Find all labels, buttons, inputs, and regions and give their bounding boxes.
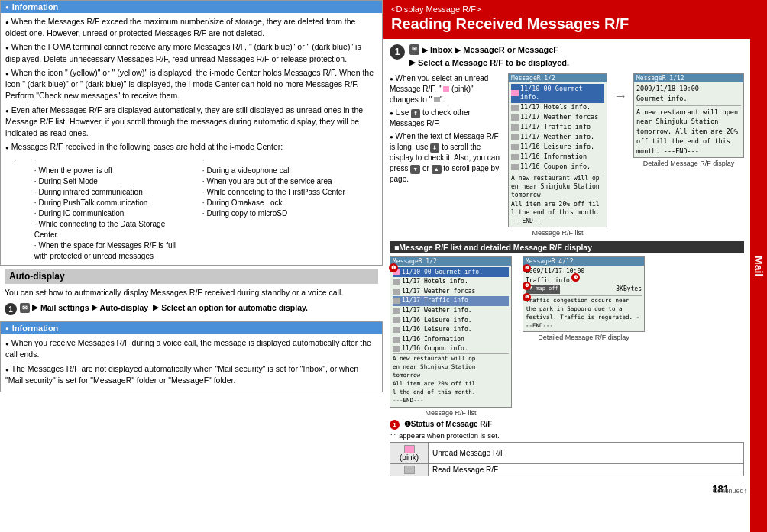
big-row-5: 11/16 Leisure info.	[393, 315, 509, 325]
screen2-label: Detailed Message R/F display	[643, 160, 735, 167]
sub-item-3: During infrared communication	[34, 187, 187, 198]
right-main: <Display Message R/F> Reading Received M…	[384, 0, 750, 532]
screen1-row-0: 11/10 00 Gourmet info.	[511, 84, 604, 103]
bottom-info-header-label: Information	[12, 324, 59, 333]
bullet-2: ● Use ⬆ to check other Messages R/F.	[390, 108, 502, 129]
arrow-1: ▶	[32, 302, 38, 313]
mail-icon-btn[interactable]: ✉	[20, 303, 30, 313]
big-screen2-sender: Traffic info.	[526, 277, 574, 284]
sub-item-5: During iC communication	[34, 208, 187, 219]
top-info-header: Information	[1, 1, 382, 13]
check-other-text: check other	[431, 108, 471, 117]
big-gray-4	[393, 308, 400, 314]
big-gray-6	[393, 327, 400, 333]
top-info-box: Information When the Messages R/F exceed…	[0, 0, 383, 266]
bullet-3: ● When the text of Message R/F is long, …	[390, 131, 502, 185]
status-row-1: (pink) Unread Message R/F	[390, 442, 744, 463]
screen1-body: 11/10 00 Gourmet info. 11/17 Hotels info…	[509, 82, 607, 227]
status-title-text: ❶Status of Message R/F	[404, 420, 493, 428]
big-row2-text: 11/17 Weather forcas	[402, 287, 475, 296]
big-screen1-label: Message R/F list	[425, 409, 476, 417]
big-row6-text: 11/16 Leisure info.	[402, 325, 472, 334]
big-screen1-title: MessageR 1/2	[393, 258, 437, 265]
auto-display-desc: You can set how to automatically display…	[5, 287, 378, 298]
select-option-label: Select an option for automatic display.	[161, 302, 308, 314]
left-step1-num: 1	[5, 303, 17, 315]
envelope-icon[interactable]: ✉	[409, 44, 419, 55]
screenshots-row-1: ● When you select an unread Message R/F,…	[390, 73, 744, 237]
big-screen2-body: ❷ 2009/11/17 10:00 ❸ Traffic info. ❹ 🗺 m…	[523, 266, 644, 331]
big-screen2-size-row: ❹ 🗺 map off 3KBytes	[526, 285, 642, 294]
sub-item-9: When you are out of the service area	[202, 176, 355, 187]
status-icon-1-label: (pink)	[400, 453, 419, 462]
status-label-2: Read Message R/F	[429, 463, 744, 476]
screen1-row-7: 11/16 Coupon info.	[511, 162, 604, 172]
bottom-info-content: When you receive Messages R/F during a v…	[1, 334, 382, 392]
screen2-body: 2009/11/18 10:00 Gourmet info. A new res…	[634, 82, 743, 157]
screen1-header: MessageR 1/2	[509, 74, 607, 82]
status-title: 1 ❶Status of Message R/F	[390, 420, 744, 430]
inbox-label: Inbox	[430, 44, 452, 56]
status-icon-1: (pink)	[390, 442, 429, 463]
big-gray-3	[393, 298, 400, 304]
gray-icon-2	[511, 114, 519, 121]
screen1-container: MessageR 1/2 11/10 00 Gourmet info. 11/1…	[508, 73, 607, 237]
big-row1-text: 11/17 Hotels info.	[402, 277, 468, 286]
footer: 181 Continued↑	[384, 481, 750, 496]
big-screen2-label: Detailed Message R/F display	[538, 334, 629, 341]
nav-icon[interactable]: ⬆	[411, 109, 420, 118]
top-info-content: When the Messages R/F exceed the maximum…	[1, 13, 382, 265]
big-row0-text: 11/10 00 Gourmet info.	[402, 268, 483, 277]
big-screenshots-row: MessageR 1/2 ❶ 11/10 00 Gourmet info. 11…	[390, 256, 744, 417]
big-detail-screen: MessageR 4/12 ❷ 2009/11/17 10:00 ❸ Traff…	[523, 256, 645, 332]
right-header: <Display Message R/F> Reading Received M…	[384, 0, 750, 39]
status-note: " " appears when protection is set.	[390, 431, 744, 440]
big-row-2: 11/17 Weather forcas	[393, 286, 509, 296]
big-row8-text: 11/16 Coupon info.	[402, 344, 468, 353]
screen2-title: MessageR 1/12	[636, 75, 684, 82]
bullet-1: ● When you select an unread Message R/F,…	[390, 73, 502, 105]
big-gray-8	[393, 346, 400, 352]
step-instruction-line: ✉ ▶ Mail settings ▶ Auto-display ▶ Selec…	[20, 302, 308, 314]
top-info-header-label: Information	[12, 2, 59, 11]
big-row-4: 11/17 Weather info.	[393, 306, 509, 316]
info-item-1: When the Messages R/F exceed the maximum…	[5, 16, 377, 39]
screen2-header: MessageR 1/12	[634, 74, 743, 82]
info-item-3: When the icon " (yellow)" or " (yellow)"…	[5, 67, 377, 102]
big-screen1-body: ❶ 11/10 00 Gourmet info. 11/17 Hotels in…	[390, 266, 511, 407]
screen2-date: 2009/11/18 10:00	[636, 84, 741, 94]
continued-label: Continued↑	[712, 487, 747, 495]
sub-item-4: During PushTalk communication	[34, 198, 187, 208]
screen1-row-5: 11/16 Leisure info.	[511, 142, 604, 152]
status-row-2: Read Message R/F	[390, 463, 744, 476]
screen1-row6-text: 11/16 Information	[520, 153, 587, 162]
gray-icon-1	[511, 105, 519, 111]
screen1-row-6: 11/16 Information	[511, 152, 604, 162]
status-icon-2	[390, 463, 429, 476]
right-wrapper: <Display Message R/F> Reading Received M…	[384, 0, 767, 532]
right-header-title: Reading Received Messages R/F	[391, 15, 743, 33]
screen1-preview: A new restaurant will open near Shinjuku…	[511, 172, 604, 225]
big-screen2-body-text-content: Traffic congestion occurs near the park …	[526, 297, 639, 329]
auto-display-section: Auto-display You can set how to automati…	[0, 266, 383, 321]
big-row3-text: 11/17 Traffic info	[402, 296, 468, 305]
status-label-1: Unread Message R/F	[429, 442, 744, 463]
big-screen1-container: MessageR 1/2 ❶ 11/10 00 Gourmet info. 11…	[390, 256, 512, 417]
num-5: ❺	[523, 293, 531, 301]
screen1-row-3: 11/17 Traffic info	[511, 123, 604, 133]
left-panel: Information When the Messages R/F exceed…	[0, 0, 384, 532]
pink-icon-status	[404, 445, 415, 453]
status-circle: 1	[390, 420, 400, 430]
info2-item-2: The Messages R/F are not displayed autom…	[5, 363, 377, 386]
gray-icon-6	[511, 154, 519, 160]
sub-item-6: While connecting to the Data Storage Cen…	[34, 219, 187, 240]
screen1-row4-text: 11/17 Weather info.	[520, 133, 594, 142]
arrow-2: ▶	[92, 302, 98, 313]
big-row7-text: 11/16 Information	[402, 335, 464, 344]
info-item-4: Even after Messages R/F are displayed au…	[5, 105, 377, 140]
screen1-row0-text: 11/10 00 Gourmet info.	[520, 85, 604, 103]
big-screen2-title: MessageR 4/12	[526, 258, 574, 265]
big-row-8: 11/16 Coupon info.	[393, 344, 509, 354]
info-item-2: When the FOMA terminal cannot receive an…	[5, 41, 377, 64]
step1-line2: ▶ Select a Message R/F to be displayed.	[409, 56, 569, 69]
